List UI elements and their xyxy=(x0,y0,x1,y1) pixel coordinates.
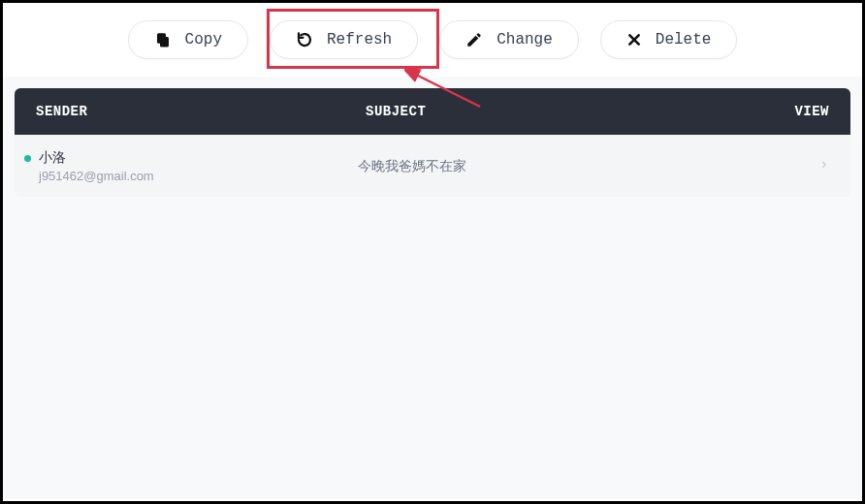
edit-icon xyxy=(465,31,483,48)
copy-icon xyxy=(154,31,172,48)
chevron-right-icon xyxy=(819,158,829,172)
col-header-subject: SUBJECT xyxy=(366,104,752,119)
col-header-view: VIEW xyxy=(752,104,829,119)
sender-email: j951462@gmail.com xyxy=(39,169,154,183)
sender-name: 小洛 xyxy=(39,149,154,167)
delete-button-label: Delete xyxy=(656,31,712,48)
table-row[interactable]: 小洛 j951462@gmail.com 今晚我爸媽不在家 xyxy=(15,135,850,197)
copy-button-label: Copy xyxy=(185,31,222,48)
refresh-button[interactable]: Refresh xyxy=(270,20,418,59)
email-table: SENDER SUBJECT VIEW 小洛 j951462@gmail.com… xyxy=(15,88,850,197)
delete-button[interactable]: Delete xyxy=(600,20,738,59)
close-icon xyxy=(626,32,642,47)
copy-button[interactable]: Copy xyxy=(128,20,248,59)
view-cell[interactable] xyxy=(771,158,829,175)
change-button-label: Change xyxy=(497,31,553,48)
toolbar: Copy Refresh Change Delete xyxy=(3,3,862,77)
refresh-icon xyxy=(296,31,313,48)
sender-cell: 小洛 j951462@gmail.com xyxy=(24,149,354,183)
table-header: SENDER SUBJECT VIEW xyxy=(15,88,850,135)
svg-rect-1 xyxy=(157,33,166,44)
refresh-button-label: Refresh xyxy=(327,31,392,48)
email-list-panel: SENDER SUBJECT VIEW 小洛 j951462@gmail.com… xyxy=(3,77,862,499)
unread-dot-icon xyxy=(24,155,31,162)
subject-cell: 今晚我爸媽不在家 xyxy=(354,158,771,175)
col-header-sender: SENDER xyxy=(36,104,366,119)
change-button[interactable]: Change xyxy=(439,20,579,59)
sender-info: 小洛 j951462@gmail.com xyxy=(39,149,154,183)
